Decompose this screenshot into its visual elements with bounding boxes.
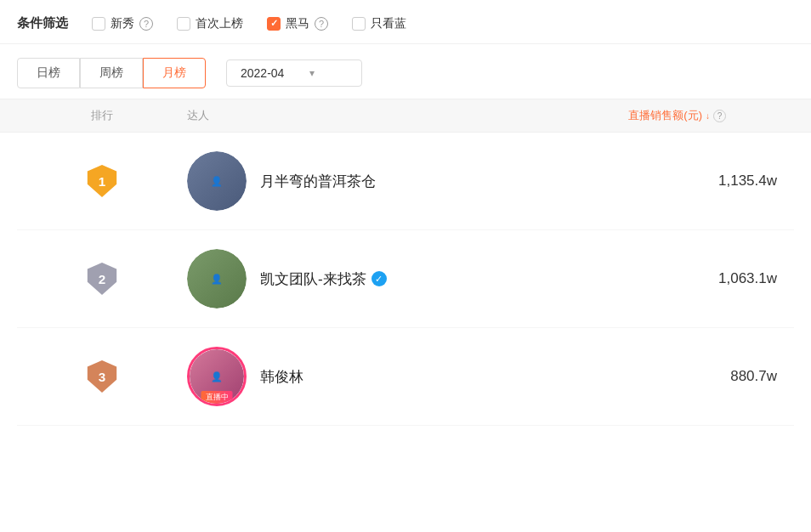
avatar-img-1: 👤 (187, 151, 247, 211)
sales-cell-2: 1,063.1w (556, 270, 794, 287)
rank-badge-3: 3 (83, 358, 121, 395)
sales-cell-1: 1,135.4w (556, 173, 794, 190)
filter-shouce[interactable]: 首次上榜 (177, 16, 243, 31)
checkbox-zhikanbao[interactable] (352, 17, 366, 31)
table-row: 3 👤 直播中 韩俊林 880.7w (17, 328, 794, 426)
filter-zhikanbao-label: 只看蓝 (371, 16, 406, 31)
filter-heima[interactable]: 黑马 ? (267, 16, 328, 31)
sales-value-2: 1,063.1w (718, 270, 777, 287)
rank-list: 1 👤 月半弯的普洱茶仓 1,135.4w 2 (0, 133, 811, 426)
checkbox-xinxiu[interactable] (92, 17, 105, 31)
avatar-3: 👤 直播中 (187, 347, 247, 406)
avatar-1: 👤 (187, 151, 247, 211)
filter-heima-label: 黑马 (286, 16, 309, 31)
tab-daily[interactable]: 日榜 (17, 58, 80, 88)
user-name-2[interactable]: 凯文团队-来找茶 ✓ (260, 269, 387, 289)
verified-icon-2: ✓ (371, 271, 387, 286)
svg-text:1: 1 (99, 174, 106, 189)
filter-bar: 条件筛选 新秀 ? 首次上榜 黑马 ? 只看蓝 (0, 0, 811, 44)
sales-cell-3: 880.7w (556, 368, 794, 385)
date-select[interactable]: 2022-04 ▾ (226, 59, 362, 87)
svg-text:3: 3 (99, 370, 106, 384)
help-heima-icon[interactable]: ? (315, 17, 328, 31)
filter-title: 条件筛选 (17, 15, 68, 31)
user-cell-2: 👤 凯文团队-来找茶 ✓ (187, 249, 556, 308)
user-cell-1: 👤 月半弯的普洱茶仓 (187, 151, 556, 211)
col-talent: 达人 (187, 108, 505, 123)
col-sales-label: 直播销售额(元) (628, 108, 702, 123)
col-rank: 排行 (17, 108, 187, 123)
bronze-badge-icon: 3 (84, 359, 120, 394)
tab-monthly[interactable]: 月榜 (143, 58, 206, 88)
user-name-3[interactable]: 韩俊林 (260, 367, 303, 387)
checkbox-shouce[interactable] (177, 17, 190, 31)
filter-shouce-label: 首次上榜 (196, 16, 243, 31)
checkbox-heima[interactable] (267, 17, 281, 31)
date-select-value: 2022-04 (241, 66, 284, 80)
rank-badge-2: 2 (83, 260, 121, 297)
rank-cell-3: 3 (17, 358, 187, 395)
live-badge-3: 直播中 (201, 391, 233, 404)
tab-weekly[interactable]: 周榜 (80, 58, 143, 88)
table-header: 排行 达人 直播销售额(元) ↓ ? (0, 99, 811, 133)
sales-value-1: 1,135.4w (718, 173, 777, 190)
avatar-2: 👤 (187, 249, 247, 308)
sort-down-icon[interactable]: ↓ (706, 111, 710, 121)
user-cell-3: 👤 直播中 韩俊林 (187, 347, 556, 406)
rank-cell-2: 2 (17, 260, 187, 297)
col-talent-label: 达人 (187, 108, 209, 123)
table-row: 1 👤 月半弯的普洱茶仓 1,135.4w (17, 133, 794, 230)
col-extra (743, 108, 794, 123)
col-sales: 直播销售额(元) ↓ ? (505, 108, 743, 123)
sales-info-icon[interactable]: ? (713, 110, 726, 122)
silver-badge-icon: 2 (84, 261, 120, 297)
sales-value-3: 880.7w (730, 368, 777, 385)
table-row: 2 👤 凯文团队-来找茶 ✓ 1,063.1w (17, 230, 794, 328)
col-rank-label: 排行 (91, 108, 113, 123)
filter-zhikanbao[interactable]: 只看蓝 (352, 16, 406, 31)
gold-badge-icon: 1 (84, 163, 120, 199)
user-name-1[interactable]: 月半弯的普洱茶仓 (260, 172, 376, 191)
svg-text:2: 2 (99, 272, 106, 286)
help-xinxiu-icon[interactable]: ? (139, 17, 153, 31)
rank-cell-1: 1 (17, 162, 187, 200)
tab-row: 日榜 周榜 月榜 2022-04 ▾ (0, 44, 811, 99)
filter-xinxiu-label: 新秀 (111, 16, 134, 31)
filter-xinxiu[interactable]: 新秀 ? (92, 16, 153, 31)
chevron-down-icon: ▾ (309, 67, 315, 79)
rank-badge-1: 1 (83, 162, 121, 200)
avatar-img-2: 👤 (187, 249, 247, 308)
